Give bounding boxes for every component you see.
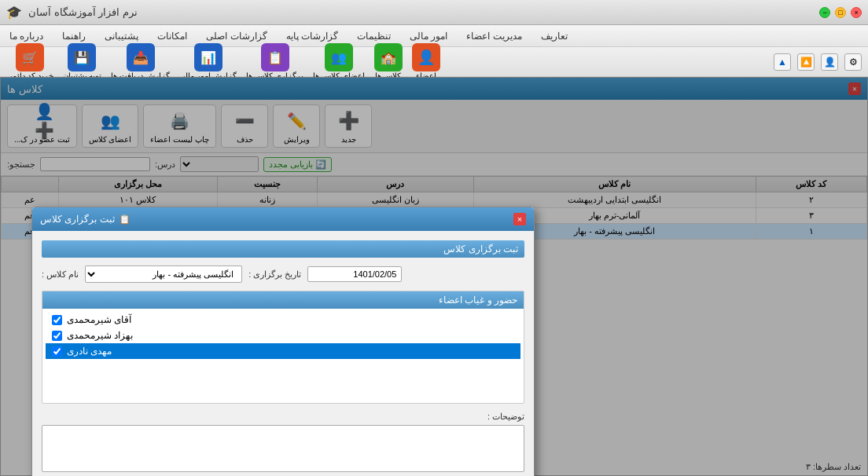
menu-item-support[interactable]: پشتیبانی xyxy=(101,29,142,43)
attendance-item-2[interactable]: بهزاد شیرمحمدی xyxy=(46,328,520,343)
title-bar-controls: × □ − xyxy=(819,7,862,18)
shortcut-members[interactable]: 👤 اعضاء xyxy=(412,43,440,80)
app-logo-icon: 🎓 xyxy=(6,5,22,20)
date-input[interactable] xyxy=(307,266,402,282)
shortcut-classes[interactable]: 🏫 کلاس ها xyxy=(374,43,403,80)
menu-item-help[interactable]: راهنما xyxy=(59,29,89,43)
menu-item-main-reports[interactable]: گزارشات اصلی xyxy=(203,29,270,43)
member-name-2: بهزاد شیرمحمدی xyxy=(67,330,133,341)
attendance-list: آقای شیرمحمدی بهزاد شیرمحمدی مهدی نادری xyxy=(42,309,524,403)
toolbar: ⚙ 👤 🔼 ▲ 👤 اعضاء 🏫 کلاس ها 👥 اعضای کلاس ه… xyxy=(0,47,868,77)
shortcut-class-session[interactable]: 📋 برگزاری کلاس ها xyxy=(246,43,303,80)
settings-icon[interactable]: ⚙ xyxy=(844,53,862,71)
modal-section-title: ثبت برگزاری کلاس xyxy=(42,240,524,258)
class-name-label: نام کلاس : xyxy=(42,269,79,280)
attendance-check-1[interactable] xyxy=(52,315,62,325)
shortcut-backup[interactable]: 💾 تهیه پشتیبان xyxy=(63,43,102,80)
modal-header: × 📋 ثبت برگزاری کلاس xyxy=(32,207,534,231)
class-session-modal: × 📋 ثبت برگزاری کلاس ثبت برگزاری کلاس تا… xyxy=(31,207,535,476)
menu-item-taareef[interactable]: تعاریف xyxy=(538,29,571,43)
date-label: تاریخ برگزاری : xyxy=(248,269,301,280)
member-name-1: آقای شیرمحمدی xyxy=(67,314,131,325)
menu-item-facilities[interactable]: امکانات xyxy=(154,29,190,43)
class-name-select[interactable]: انگلیسی پیشرفته - بهار xyxy=(85,265,242,283)
arrow-up-icon[interactable]: 🔼 xyxy=(797,53,815,71)
shortcut-purchase[interactable]: 🛒 خرید کد دائمی xyxy=(6,43,53,80)
notes-label: توضیحات : xyxy=(42,412,524,422)
notes-textarea[interactable] xyxy=(42,425,524,472)
title-bar: × □ − نرم افزار آموزشگاه آسان 🎓 xyxy=(0,0,868,25)
attendance-section: حضور و غیاب اعضاء آقای شیرمحمدی بهزاد شی… xyxy=(42,291,524,404)
modal-title-text: ثبت برگزاری کلاس xyxy=(40,214,115,225)
maximize-button[interactable]: □ xyxy=(835,7,846,18)
menu-item-about[interactable]: درباره ما xyxy=(6,29,46,43)
menu-item-members[interactable]: مدیریت اعضاء xyxy=(463,29,524,43)
close-button[interactable]: × xyxy=(851,7,862,18)
menu-item-settings[interactable]: تنظیمات xyxy=(354,29,394,43)
attendance-item-1[interactable]: آقای شیرمحمدی xyxy=(46,312,520,328)
title-area: نرم افزار آموزشگاه آسان 🎓 xyxy=(6,5,138,20)
attendance-header: حضور و غیاب اعضاء xyxy=(42,291,524,309)
shortcut-receipts[interactable]: 📥 گزارش دریافت ها xyxy=(111,43,170,80)
modal-title-icon: 📋 xyxy=(119,214,131,225)
shortcut-class-members[interactable]: 👥 اعضای کلاس ها xyxy=(313,43,365,80)
arrow-blue-icon[interactable]: ▲ xyxy=(774,53,791,71)
notes-section: توضیحات : xyxy=(42,412,524,474)
modal-title-area: 📋 ثبت برگزاری کلاس xyxy=(40,214,131,225)
menu-item-finance[interactable]: امور مالی xyxy=(406,29,451,43)
app-title: نرم افزار آموزشگاه آسان xyxy=(28,6,138,18)
modal-close-button[interactable]: × xyxy=(513,213,526,225)
shortcut-finance-report[interactable]: 📊 گزارش امور مالی xyxy=(179,43,237,80)
attendance-check-3[interactable] xyxy=(52,346,62,357)
attendance-check-2[interactable] xyxy=(52,331,62,341)
minimize-button[interactable]: − xyxy=(819,7,830,18)
class-info-row: تاریخ برگزاری : انگلیسی پیشرفته - بهار ن… xyxy=(42,265,524,283)
user-icon[interactable]: 👤 xyxy=(821,53,838,71)
member-name-3: مهدی نادری xyxy=(67,346,112,357)
attendance-item-3[interactable]: مهدی نادری xyxy=(46,343,520,359)
modal-body: ثبت برگزاری کلاس تاریخ برگزاری : انگلیسی… xyxy=(32,231,534,476)
menu-item-base-reports[interactable]: گزارشات پایه xyxy=(283,29,341,43)
